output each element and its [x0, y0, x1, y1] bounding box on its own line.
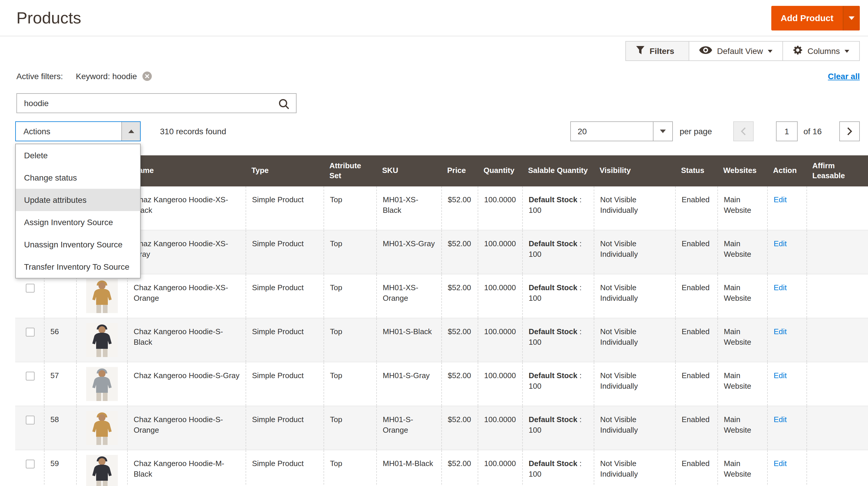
magnifier-icon[interactable] — [278, 98, 289, 112]
salable-stock-label: Default Stock — [529, 195, 577, 204]
actions-menu-item[interactable]: Transfer Inventory To Source — [16, 255, 140, 278]
records-found: 310 records found — [160, 127, 226, 136]
cell-price: $52.00 — [448, 195, 471, 204]
column-header[interactable]: SKU — [376, 161, 441, 181]
cell-type: Simple Product — [252, 239, 304, 248]
actions-toggle[interactable] — [121, 122, 140, 141]
cell-type: Simple Product — [252, 415, 304, 424]
edit-link[interactable]: Edit — [774, 459, 787, 468]
actions-dropdown-button[interactable]: Actions — [15, 121, 141, 141]
current-page-input[interactable] — [776, 121, 798, 141]
cell-id: 56 — [51, 327, 59, 336]
column-header[interactable]: Type — [246, 161, 323, 181]
row-checkbox[interactable] — [26, 460, 35, 468]
row-checkbox[interactable] — [26, 284, 35, 293]
cell-price: $52.00 — [448, 371, 471, 380]
products-page: Products Add Product Filters Default Vie… — [0, 0, 868, 486]
edit-link[interactable]: Edit — [774, 371, 787, 380]
cell-name: Chaz Kangeroo Hoodie-XS-Black — [134, 195, 228, 214]
column-header-label: Type — [251, 166, 269, 175]
columns-label: Columns — [808, 46, 840, 56]
column-header-label: Action — [773, 166, 797, 175]
cell-visibility: Not Visible Individually — [600, 195, 638, 214]
edit-link[interactable]: Edit — [774, 415, 787, 424]
search-box — [17, 93, 297, 113]
actions-row: Actions Delete Change status Update attr… — [0, 121, 860, 141]
row-checkbox[interactable] — [26, 416, 35, 424]
cell-websites: Main Website — [724, 415, 751, 434]
actions-menu-item[interactable]: Delete — [16, 144, 140, 166]
cell-type: Simple Product — [252, 459, 304, 468]
cell-quantity: 100.0000 — [484, 239, 516, 248]
table-row: Chaz Kangeroo Hoodie-XS-Orange Simple Pr… — [15, 274, 868, 318]
column-header[interactable]: Websites — [717, 161, 767, 181]
add-product-split-toggle[interactable] — [843, 6, 860, 30]
search-input[interactable] — [17, 94, 296, 113]
cell-visibility: Not Visible Individually — [600, 239, 638, 258]
cell-price: $52.00 — [448, 415, 471, 424]
column-header-label: Status — [681, 166, 704, 175]
actions-menu-item[interactable]: Change status — [16, 166, 140, 189]
cell-visibility: Not Visible Individually — [600, 415, 638, 434]
cell-sku: MH01-S-Orange — [383, 415, 413, 434]
column-header[interactable]: Name — [127, 161, 246, 181]
view-switcher[interactable]: Default View — [689, 41, 783, 61]
cell-price: $52.00 — [448, 283, 471, 292]
cell-attribute-set: Top — [330, 415, 342, 424]
cell-visibility: Not Visible Individually — [600, 283, 638, 302]
cell-quantity: 100.0000 — [484, 195, 516, 204]
add-product-label: Add Product — [771, 6, 843, 30]
column-header[interactable]: Visibility — [594, 161, 675, 181]
column-header[interactable]: Action — [767, 161, 806, 181]
columns-control[interactable]: Columns — [782, 41, 860, 61]
column-header[interactable]: Attribute Set — [323, 156, 376, 186]
salable-stock-label: Default Stock — [529, 459, 577, 468]
column-header[interactable]: Status — [675, 161, 717, 181]
column-header[interactable]: Salable Quantity — [522, 161, 594, 181]
cell-name: Chaz Kangeroo Hoodie-S-Gray — [134, 371, 240, 380]
column-header[interactable]: Quantity — [478, 161, 522, 181]
edit-link[interactable]: Edit — [774, 195, 787, 204]
cell-attribute-set: Top — [330, 371, 342, 380]
column-header-label: SKU — [382, 166, 398, 175]
table-body: Chaz Kangeroo Hoodie-XS-Black Simple Pro… — [15, 186, 868, 486]
cell-status: Enabled — [682, 239, 710, 248]
cell-visibility: Not Visible Individually — [600, 459, 638, 478]
filters-button[interactable]: Filters — [626, 41, 689, 61]
cell-status: Enabled — [682, 327, 710, 336]
cell-websites: Main Website — [724, 239, 751, 258]
edit-link[interactable]: Edit — [774, 327, 787, 336]
edit-link[interactable]: Edit — [774, 283, 787, 292]
previous-page-button[interactable] — [733, 121, 754, 141]
per-page-toggle[interactable] — [653, 122, 672, 141]
caret-down-icon — [768, 50, 772, 53]
active-filters-bar: Active filters: Keyword: hoodie Clear al… — [17, 70, 860, 83]
cell-name: Chaz Kangeroo Hoodie-S-Black — [134, 327, 223, 346]
circle-x-icon — [142, 71, 152, 81]
actions-menu-item-label: Unassign Inventory Source — [24, 240, 123, 249]
actions-menu-item[interactable]: Unassign Inventory Source — [16, 233, 140, 255]
add-product-button[interactable]: Add Product — [771, 6, 860, 30]
edit-link[interactable]: Edit — [774, 239, 787, 248]
filters-label: Filters — [650, 46, 674, 56]
cell-visibility: Not Visible Individually — [600, 371, 638, 390]
actions-menu-item[interactable]: Update attributes — [16, 189, 140, 211]
per-page-label: per page — [680, 127, 712, 136]
cell-price: $52.00 — [448, 327, 471, 336]
cell-websites: Main Website — [724, 283, 751, 302]
next-page-button[interactable] — [839, 121, 860, 141]
column-header[interactable]: Price — [441, 161, 478, 181]
actions-menu-item[interactable]: Assign Inventory Source — [16, 211, 140, 233]
per-page-select[interactable]: 20 — [570, 121, 673, 141]
remove-filter-button[interactable] — [142, 71, 152, 81]
cell-type: Simple Product — [252, 195, 304, 204]
table-row: 56 Chaz Kangeroo Hoodie-S-Black Simple P… — [15, 318, 868, 362]
column-header[interactable]: Affirm Leasable — [806, 156, 866, 186]
row-checkbox[interactable] — [26, 372, 35, 381]
actions-dropdown: Delete Change status Update attributes A… — [15, 144, 141, 278]
cell-type: Simple Product — [252, 283, 304, 292]
cell-name: Chaz Kangeroo Hoodie-XS-Orange — [134, 283, 228, 302]
salable-stock-label: Default Stock — [529, 283, 577, 292]
row-checkbox[interactable] — [26, 328, 35, 336]
clear-all-link[interactable]: Clear all — [828, 71, 860, 81]
